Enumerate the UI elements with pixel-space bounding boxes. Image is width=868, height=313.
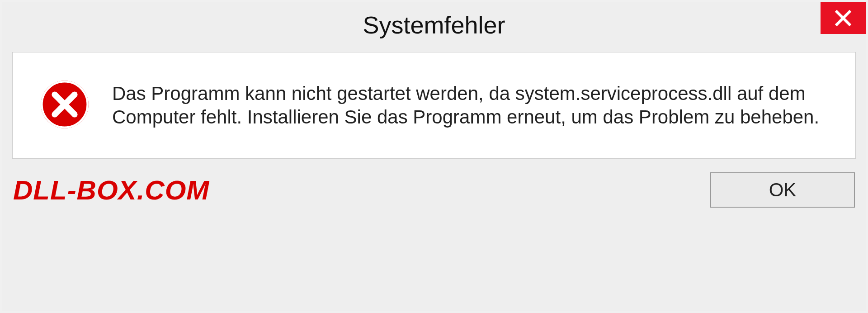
ok-button[interactable]: OK	[710, 172, 855, 208]
dialog-footer: DLL-BOX.COM OK	[2, 168, 866, 218]
error-icon	[40, 80, 90, 131]
error-message: Das Programm kann nicht gestartet werden…	[112, 82, 824, 129]
close-icon	[834, 9, 852, 27]
content-panel: Das Programm kann nicht gestartet werden…	[12, 52, 856, 159]
close-button[interactable]	[821, 2, 866, 34]
watermark-text: DLL-BOX.COM	[13, 175, 209, 206]
error-dialog: Systemfehler Das Programm kann nicht ges…	[2, 2, 866, 311]
titlebar: Systemfehler	[2, 2, 866, 47]
dialog-title: Systemfehler	[363, 11, 505, 39]
